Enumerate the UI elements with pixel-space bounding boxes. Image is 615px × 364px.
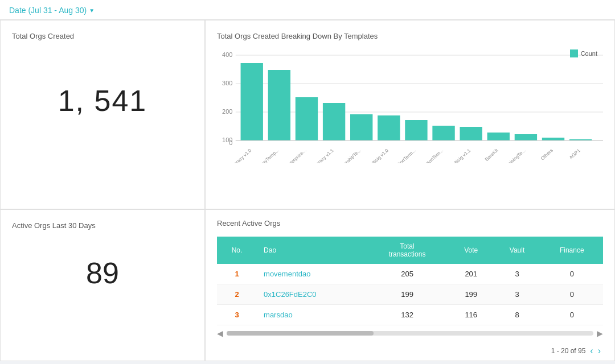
col-dao: Dao (257, 237, 366, 264)
row-total-tx: 132 (366, 305, 449, 325)
svg-rect-16 (432, 126, 454, 140)
table-header-row: No. Dao Totaltransactions Vote Vault Fin… (217, 237, 603, 264)
svg-text:BareKit: BareKit (483, 147, 499, 162)
row-dao[interactable]: 0x1C26FdE2C0 (257, 284, 366, 305)
svg-text:300: 300 (222, 80, 232, 86)
svg-text:democracy v1.0: democracy v1.0 (224, 147, 253, 163)
pagination-info: 1 - 20 of 95 (551, 347, 586, 355)
pagination: 1 - 20 of 95 ‹ › (217, 341, 603, 361)
row-finance: 0 (540, 305, 603, 325)
row-finance: 0 (540, 284, 603, 305)
svg-rect-15 (405, 120, 427, 140)
row-total-tx: 205 (366, 264, 449, 284)
row-vote: 201 (449, 264, 494, 284)
date-filter[interactable]: Date (Jul 31 - Aug 30) ▼ (9, 6, 95, 15)
row-no: 3 (217, 305, 257, 325)
row-vault: 3 (494, 284, 541, 305)
svg-text:400: 400 (222, 52, 232, 57)
legend-color-box (570, 49, 578, 57)
scroll-thumb[interactable] (227, 331, 374, 336)
table-row: 1 movementdao 205 201 3 0 (217, 264, 603, 284)
col-no: No. (217, 237, 257, 264)
row-no: 1 (217, 264, 257, 284)
scroll-right-arrow[interactable]: ▶ (597, 329, 603, 338)
row-total-tx: 199 (366, 284, 449, 305)
chart-legend: Count (570, 49, 597, 57)
svg-rect-14 (378, 115, 400, 140)
dashboard: Total Orgs Created 1, 541 Total Orgs Cre… (0, 20, 615, 361)
recent-orgs-card: Recent Active Orgs No. Dao Totaltransact… (205, 209, 615, 361)
next-page-button[interactable]: › (598, 346, 601, 356)
svg-text:CompanyTemp...: CompanyTemp... (249, 148, 280, 163)
col-vote: Vote (449, 237, 494, 264)
row-finance: 0 (540, 264, 603, 284)
active-orgs-title: Active Orgs Last 30 Days (12, 221, 193, 230)
svg-rect-19 (515, 134, 537, 140)
table-header: No. Dao Totaltransactions Vote Vault Fin… (217, 237, 603, 264)
svg-text:ReputationTem...: ReputationTem... (413, 148, 444, 163)
svg-text:Multisig v1.1: Multisig v1.1 (448, 147, 472, 163)
svg-text:AGP1: AGP1 (568, 147, 581, 160)
svg-rect-12 (323, 103, 345, 140)
svg-rect-17 (460, 127, 482, 140)
svg-text:Democracy v1.1: Democracy v1.1 (305, 147, 335, 163)
row-vault: 8 (494, 305, 541, 325)
total-orgs-value: 1, 541 (12, 49, 193, 152)
svg-text:Others: Others (539, 148, 554, 162)
row-no: 2 (217, 284, 257, 305)
svg-text:Multisig v1.0: Multisig v1.0 (366, 147, 390, 163)
chevron-down-icon: ▼ (89, 7, 95, 14)
scroll-track[interactable] (227, 331, 593, 336)
active-orgs-card: Active Orgs Last 30 Days 89 (0, 209, 205, 361)
row-dao[interactable]: movementdao (257, 264, 366, 284)
legend-label: Count (581, 50, 597, 57)
svg-rect-20 (542, 138, 564, 140)
svg-text:FundraisingTe...: FundraisingTe... (498, 148, 527, 163)
svg-text:MembershipTe...: MembershipTe... (332, 148, 362, 163)
svg-text:DandelionTerm...: DandelionTerm... (386, 148, 417, 163)
total-orgs-title: Total Orgs Created (12, 32, 193, 40)
row-dao[interactable]: marsdao (257, 305, 366, 325)
table-row: 3 marsdao 132 116 8 0 (217, 305, 603, 325)
col-finance: Finance (540, 237, 603, 264)
bar-chart-svg: 400 300 200 100 0 (217, 49, 603, 163)
bar-chart-card: Total Orgs Created Breaking Down By Temp… (205, 20, 615, 209)
horizontal-scrollbar[interactable]: ◀ ▶ (217, 325, 603, 341)
svg-rect-11 (296, 97, 318, 140)
bar-chart-title: Total Orgs Created Breaking Down By Temp… (217, 32, 603, 40)
table-row: 2 0x1C26FdE2C0 199 199 3 0 (217, 284, 603, 305)
svg-text:0: 0 (229, 140, 232, 146)
scroll-left-arrow[interactable]: ◀ (217, 329, 223, 338)
active-orgs-value: 89 (12, 239, 193, 307)
total-orgs-card: Total Orgs Created 1, 541 (0, 20, 205, 209)
prev-page-button[interactable]: ‹ (590, 346, 593, 356)
chart-container: Count 400 300 200 100 0 (217, 49, 603, 197)
svg-rect-9 (241, 63, 263, 140)
svg-text:200: 200 (222, 109, 232, 114)
svg-rect-10 (268, 70, 290, 140)
date-filter-label: Date (Jul 31 - Aug 30) (9, 6, 87, 15)
svg-rect-18 (487, 133, 510, 140)
row-vote: 116 (449, 305, 494, 325)
col-total-tx: Totaltransactions (366, 237, 449, 264)
svg-rect-13 (350, 114, 372, 140)
row-vault: 3 (494, 264, 541, 284)
recent-orgs-title: Recent Active Orgs (217, 219, 603, 228)
svg-text:OpenEnterprise...: OpenEnterprise... (276, 148, 308, 163)
col-vault: Vault (494, 237, 541, 264)
table-body: 1 movementdao 205 201 3 0 2 0x1C26FdE2C0… (217, 264, 603, 325)
top-bar: Date (Jul 31 - Aug 30) ▼ (0, 0, 615, 20)
row-vote: 199 (449, 284, 494, 305)
recent-orgs-table: No. Dao Totaltransactions Vote Vault Fin… (217, 237, 603, 325)
